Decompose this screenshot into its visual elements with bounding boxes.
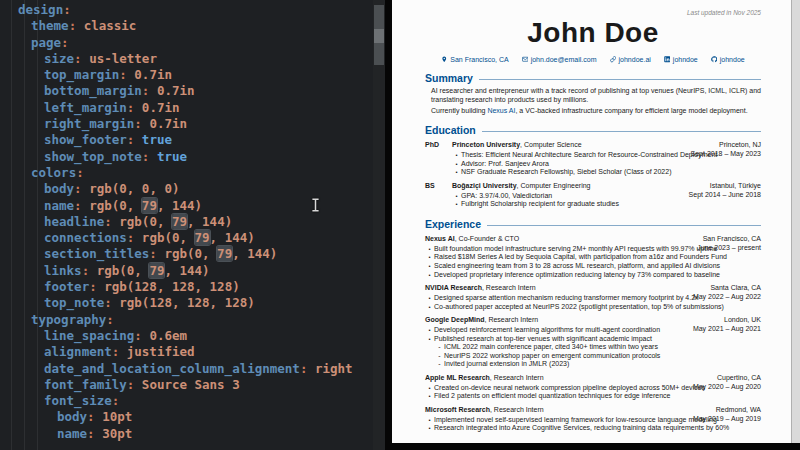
yaml-colon: :	[76, 165, 84, 180]
summary-paragraph: AI researcher and entrepreneur with a tr…	[431, 87, 761, 105]
bullet-item: •Research integrated into Azure Cognitiv…	[425, 424, 761, 433]
code-line[interactable]: right_margin: 0.7in	[0, 116, 373, 132]
contact-item[interactable]: john.doe@email.com	[522, 56, 597, 63]
code-line[interactable]: font_size:	[0, 393, 373, 409]
contact-label: john.doe@email.com	[531, 56, 597, 63]
yaml-editor-pane[interactable]: design:theme: classicpage:size: us-lette…	[0, 0, 373, 450]
dash-marker: -	[435, 360, 444, 369]
yaml-colon: :	[74, 198, 82, 213]
role-title: , Research Intern	[490, 406, 544, 413]
yaml-value: 0.7in	[142, 100, 180, 115]
editor-scrollbar[interactable]	[373, 0, 385, 450]
code-line[interactable]: connections: rgb(0, 79, 144)	[0, 230, 373, 246]
code-line[interactable]: colors:	[0, 165, 373, 181]
code-line[interactable]: section_titles: rgb(0, 79, 144)	[0, 246, 373, 262]
entry-dates-line: Sept 2018 – May 2023	[666, 150, 761, 159]
role-title: , Co-Founder & CTO	[455, 235, 519, 242]
section-header: Summary	[425, 72, 761, 84]
yaml-key: show_footer	[44, 132, 127, 147]
section-title: Education	[425, 124, 476, 136]
experience-entry: San Francisco, CAJune 2023 – presentNexu…	[425, 235, 761, 279]
sub-bullets: -ICML 2022 main conference paper, cited …	[435, 343, 761, 369]
yaml-colon: :	[104, 295, 112, 310]
yaml-value: Source Sans 3	[142, 377, 240, 392]
yaml-key: alignment	[44, 344, 112, 359]
code-line[interactable]: headline: rgb(0, 79, 144)	[0, 214, 373, 230]
yaml-key: show_top_note	[44, 149, 142, 164]
code-line[interactable]: links: rgb(0, 79, 144)	[0, 263, 373, 279]
entry-dates: May 2021 – Aug 2021	[693, 325, 761, 332]
entry-location-line: London, UK	[666, 316, 761, 325]
role-title: , Research Intern	[482, 284, 536, 291]
code-line[interactable]: theme: classic	[0, 18, 373, 34]
pane-divider	[385, 0, 392, 450]
contact-item[interactable]: San Francisco, CA	[441, 56, 508, 63]
entry-location: Cupertino, CA	[717, 374, 761, 381]
contact-item[interactable]: johndoe	[664, 56, 698, 63]
scrollbar-notch	[374, 29, 384, 43]
entry-dates: May 2019 – Aug 2019	[693, 415, 761, 422]
bullet-marker: •	[425, 326, 434, 335]
contact-item[interactable]: johndoe	[711, 56, 745, 63]
yaml-key: font_size	[44, 393, 112, 408]
yaml-key: body	[57, 409, 87, 424]
bullet-marker: •	[425, 253, 434, 262]
yaml-value: rgb(0,	[142, 230, 195, 245]
yaml-colon: :	[87, 426, 95, 441]
code-line[interactable]: date_and_location_column_alignment: righ…	[0, 361, 373, 377]
dash-marker: -	[435, 352, 444, 361]
yaml-value: right	[315, 361, 353, 376]
bullet-marker: •	[425, 384, 434, 393]
yaml-key: date_and_location_column_alignment	[44, 361, 300, 376]
bullet-text: Published research at top-tier venues wi…	[434, 335, 748, 344]
code-line[interactable]: size: us-letter	[0, 51, 373, 67]
code-line[interactable]: body: rgb(0, 0, 0)	[0, 181, 373, 197]
yaml-colon: :	[119, 67, 127, 82]
code-line[interactable]: show_footer: true	[0, 132, 373, 148]
yaml-key: right_margin	[44, 116, 134, 131]
code-line[interactable]: body: 10pt	[0, 409, 373, 425]
bullet-marker: •	[425, 335, 434, 344]
match-highlight: 79	[217, 246, 232, 261]
entry-location: Princeton, NJ	[719, 141, 761, 148]
yaml-colon: :	[87, 409, 95, 424]
code-line[interactable]: top_note: rgb(128, 128, 128)	[0, 295, 373, 311]
code-line[interactable]: bottom_margin: 0.7in	[0, 83, 373, 99]
code-line[interactable]: alignment: justified	[0, 344, 373, 360]
code-line[interactable]: design:	[0, 2, 373, 18]
yaml-key: name	[44, 198, 74, 213]
code-line[interactable]: top_margin: 0.7in	[0, 67, 373, 83]
location-dates-column: Redmond, WAMay 2019 – Aug 2019	[666, 406, 761, 424]
editor-scrollbar-thumb[interactable]	[374, 5, 384, 65]
code-line[interactable]: left_margin: 0.7in	[0, 100, 373, 116]
yaml-value: rgb(128, 128, 128)	[119, 295, 254, 310]
code-line[interactable]: typography:	[0, 312, 373, 328]
match-highlight: 79	[142, 198, 157, 213]
role-title: , Research Intern	[490, 374, 544, 381]
code-line[interactable]: show_top_note: true	[0, 149, 373, 165]
inline-link[interactable]: Nexus AI	[487, 107, 515, 114]
code-line[interactable]: font_family: Source Sans 3	[0, 377, 373, 393]
bullet-text: NSF Graduate Research Fellowship, Siebel…	[461, 168, 748, 177]
section-rule	[487, 225, 761, 226]
code-line[interactable]: footer: rgb(128, 128, 128)	[0, 279, 373, 295]
code-line[interactable]: line_spacing: 0.6em	[0, 328, 373, 344]
contact-item[interactable]: johndoe.ai	[610, 56, 651, 63]
summary-paragraph: Currently building Nexus AI, a VC-backed…	[431, 107, 761, 116]
entry-dates: Sept 2018 – May 2023	[691, 150, 761, 157]
yaml-colon: :	[106, 312, 114, 327]
linkedin-icon	[664, 56, 671, 63]
code-line[interactable]: page:	[0, 35, 373, 51]
yaml-colon: :	[61, 35, 69, 50]
yaml-value: rgb(0,	[119, 214, 172, 229]
yaml-key: left_margin	[44, 100, 127, 115]
entry-dates-line: May 2022 – Aug 2022	[666, 293, 761, 302]
mouse-cursor-ibeam	[311, 198, 320, 216]
section-rule	[482, 131, 761, 132]
bullet-marker: •	[425, 424, 434, 433]
last-updated-note: Last updated in Nov 2025	[425, 9, 761, 16]
code-line[interactable]: name: 30pt	[0, 426, 373, 442]
bullet-text: Invited journal extension in JMLR (2023)	[444, 360, 748, 369]
section-title: Summary	[425, 72, 473, 84]
section-experience: ExperienceSan Francisco, CAJune 2023 – p…	[425, 218, 761, 433]
